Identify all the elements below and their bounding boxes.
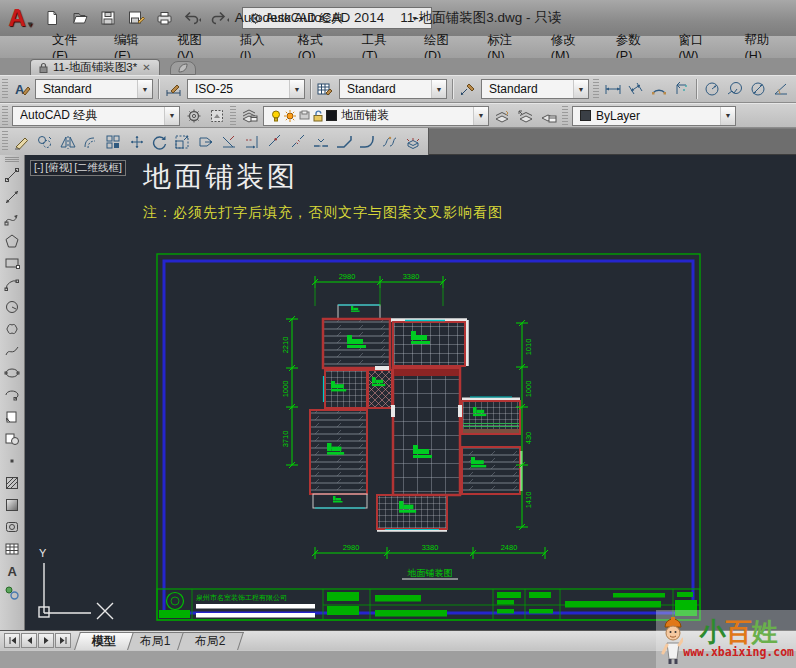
- hatch-icon[interactable]: [1, 472, 23, 494]
- new-file-icon[interactable]: [40, 6, 64, 30]
- copy-icon[interactable]: [33, 131, 56, 153]
- scale-icon[interactable]: [171, 131, 194, 153]
- main-area: A: [0, 155, 796, 630]
- array-icon[interactable]: [102, 131, 125, 153]
- new-tab-button[interactable]: [170, 61, 196, 75]
- insert-block-icon[interactable]: [1, 406, 23, 428]
- layer-previous-icon[interactable]: [514, 105, 537, 127]
- toolbar-grip[interactable]: [230, 106, 236, 124]
- svg-text:泉州市名室装饰工程有限公司: 泉州市名室装饰工程有限公司: [196, 593, 287, 602]
- make-block-icon[interactable]: [1, 428, 23, 450]
- file-tab[interactable]: 11-地面铺装图3* ✕: [30, 59, 160, 75]
- plot-icon[interactable]: [152, 6, 176, 30]
- break-icon[interactable]: [286, 131, 309, 153]
- mleader-style-value: Standard: [489, 82, 573, 96]
- polyline-icon[interactable]: [1, 208, 23, 230]
- next-layout-icon[interactable]: [38, 633, 54, 648]
- dim-arc-length-icon[interactable]: [647, 78, 670, 100]
- ellipse-arc-icon[interactable]: [1, 384, 23, 406]
- table-icon[interactable]: [1, 538, 23, 560]
- layer-states-icon[interactable]: [537, 105, 560, 127]
- revision-cloud-icon[interactable]: [1, 318, 23, 340]
- extend-icon[interactable]: [240, 131, 263, 153]
- break-at-point-icon[interactable]: [263, 131, 286, 153]
- toolbar-grip[interactable]: [562, 106, 568, 124]
- layer-dropdown[interactable]: 地面铺装 ▼: [263, 106, 489, 126]
- rotate-icon[interactable]: [148, 131, 171, 153]
- erase-icon[interactable]: [10, 131, 33, 153]
- fillet-icon[interactable]: [355, 131, 378, 153]
- workspace-save-icon[interactable]: [205, 105, 228, 127]
- workspace-settings-gear-icon[interactable]: [182, 105, 205, 127]
- point-icon[interactable]: [1, 450, 23, 472]
- mleader-style-dropdown[interactable]: Standard▼: [481, 79, 589, 99]
- toolbar-grip[interactable]: [2, 79, 8, 100]
- dim-style-icon[interactable]: [162, 78, 185, 100]
- toolbar-grip[interactable]: [5, 157, 19, 162]
- gradient-icon[interactable]: [1, 494, 23, 516]
- dim-jogged-icon[interactable]: [723, 78, 746, 100]
- toolbar-grip[interactable]: [2, 131, 8, 153]
- trim-icon[interactable]: [217, 131, 240, 153]
- offset-icon[interactable]: [79, 131, 102, 153]
- drawing-canvas[interactable]: 2980 3380 2980 3380 2480 2210 1000 3710 …: [25, 155, 796, 630]
- dim-diameter-icon[interactable]: [746, 78, 769, 100]
- viewport-visual-style-control[interactable]: [二维线框]: [74, 161, 122, 175]
- toolbar-grip[interactable]: [593, 79, 599, 100]
- layer-on-bulb-icon: [271, 110, 281, 122]
- mtext-icon[interactable]: A: [1, 560, 23, 582]
- join-icon[interactable]: [309, 131, 332, 153]
- mirror-icon[interactable]: [56, 131, 79, 153]
- tab-model[interactable]: 模型: [74, 632, 134, 650]
- svg-text:1000: 1000: [524, 381, 533, 398]
- watermark-brand: 小百姓: [683, 619, 794, 645]
- dim-angular-icon[interactable]: [769, 78, 792, 100]
- viewport-view-control[interactable]: [俯视]: [45, 161, 72, 175]
- table-style-icon[interactable]: [314, 78, 337, 100]
- viewport-minus-control[interactable]: [-]: [34, 161, 43, 175]
- redo-icon[interactable]: [208, 6, 232, 30]
- make-layer-current-icon[interactable]: [491, 105, 514, 127]
- construction-line-icon[interactable]: [1, 186, 23, 208]
- rectangle-icon[interactable]: [1, 252, 23, 274]
- chamfer-icon[interactable]: [332, 131, 355, 153]
- last-layout-icon[interactable]: [55, 633, 71, 648]
- dim-radius-icon[interactable]: [700, 78, 723, 100]
- mleader-style-icon[interactable]: [456, 78, 479, 100]
- arc-icon[interactable]: [1, 274, 23, 296]
- color-dropdown[interactable]: ByLayer ▼: [572, 106, 736, 126]
- toolbar-grip[interactable]: [2, 106, 8, 124]
- text-style-icon[interactable]: A: [10, 78, 33, 100]
- region-icon[interactable]: [1, 516, 23, 538]
- workspace-dropdown[interactable]: AutoCAD 经典▼: [12, 106, 180, 126]
- prev-layout-icon[interactable]: [21, 633, 37, 648]
- workspace-switcher[interactable]: AutoCAD 经典 ▼▼: [242, 7, 432, 29]
- chevron-down-icon: ▼: [473, 107, 488, 125]
- save-as-icon[interactable]: [124, 6, 148, 30]
- autocad-logo[interactable]: A▼: [0, 1, 34, 35]
- tab-layout2[interactable]: 布局2: [177, 632, 244, 650]
- blend-curves-icon[interactable]: [378, 131, 401, 153]
- move-icon[interactable]: [125, 131, 148, 153]
- dim-ordinate-icon[interactable]: [670, 78, 693, 100]
- dim-style-value: ISO-25: [195, 82, 289, 96]
- dim-style-dropdown[interactable]: ISO-25▼: [187, 79, 305, 99]
- layer-properties-icon[interactable]: [238, 105, 261, 127]
- spline-icon[interactable]: [1, 340, 23, 362]
- close-tab-icon[interactable]: ✕: [142, 62, 150, 73]
- circle-icon[interactable]: [1, 296, 23, 318]
- save-icon[interactable]: [96, 6, 120, 30]
- dim-aligned-icon[interactable]: [624, 78, 647, 100]
- dim-linear-icon[interactable]: [601, 78, 624, 100]
- line-icon[interactable]: [1, 164, 23, 186]
- stretch-icon[interactable]: [194, 131, 217, 153]
- first-layout-icon[interactable]: [4, 633, 20, 648]
- open-file-icon[interactable]: [68, 6, 92, 30]
- text-style-dropdown[interactable]: Standard▼: [35, 79, 153, 99]
- undo-icon[interactable]: [180, 6, 204, 30]
- add-selected-icon[interactable]: [1, 582, 23, 604]
- explode-icon[interactable]: [401, 131, 424, 153]
- table-style-dropdown[interactable]: Standard▼: [339, 79, 447, 99]
- polygon-icon[interactable]: [1, 230, 23, 252]
- ellipse-icon[interactable]: [1, 362, 23, 384]
